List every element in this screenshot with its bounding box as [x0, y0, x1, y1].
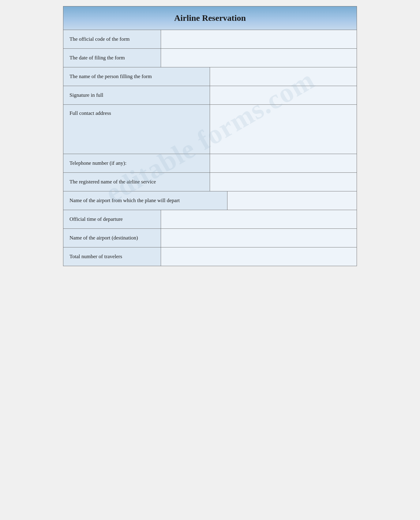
- label-departure-time: Official time of departure: [63, 210, 161, 228]
- value-contact-address[interactable]: [210, 105, 357, 154]
- value-filing-date[interactable]: [161, 49, 357, 67]
- row-filing-date: The date of filing the form: [63, 49, 357, 67]
- label-travelers-count: Total number of travelers: [63, 247, 161, 266]
- value-official-code[interactable]: [161, 30, 357, 48]
- row-contact-address: Full contact address: [63, 105, 357, 154]
- row-person-name: The name of the person filling the form: [63, 67, 357, 86]
- value-signature[interactable]: [210, 86, 357, 104]
- row-departure-airport: Name of the airport from which the plane…: [63, 191, 357, 210]
- value-departure-airport[interactable]: [227, 191, 357, 210]
- form-title: Airline Reservation: [66, 13, 354, 23]
- value-travelers-count[interactable]: [161, 247, 357, 266]
- value-departure-time[interactable]: [161, 210, 357, 228]
- row-telephone: Telephone number (if any):: [63, 154, 357, 173]
- value-telephone[interactable]: [210, 154, 357, 172]
- label-person-name: The name of the person filling the form: [63, 67, 210, 86]
- row-destination-airport: Name of the airport (destination): [63, 229, 357, 247]
- row-official-code: The official code of the form: [63, 30, 357, 49]
- value-destination-airport[interactable]: [161, 229, 357, 247]
- label-destination-airport: Name of the airport (destination): [63, 229, 161, 247]
- label-contact-address: Full contact address: [63, 105, 210, 154]
- label-official-code: The official code of the form: [63, 30, 161, 48]
- label-signature: Signature in full: [63, 86, 210, 104]
- label-filing-date: The date of filing the form: [63, 49, 161, 67]
- form-header: Airline Reservation: [63, 6, 357, 30]
- label-departure-airport: Name of the airport from which the plane…: [63, 191, 227, 210]
- row-travelers-count: Total number of travelers: [63, 247, 357, 266]
- row-departure-time: Official time of departure: [63, 210, 357, 229]
- row-airline-name: The registered name of the airline servi…: [63, 173, 357, 191]
- form-container: editable forms.com Airline Reservation T…: [63, 6, 357, 266]
- value-airline-name[interactable]: [210, 173, 357, 191]
- value-person-name[interactable]: [210, 67, 357, 86]
- row-signature: Signature in full: [63, 86, 357, 105]
- label-telephone: Telephone number (if any):: [63, 154, 210, 172]
- label-airline-name: The registered name of the airline servi…: [63, 173, 210, 191]
